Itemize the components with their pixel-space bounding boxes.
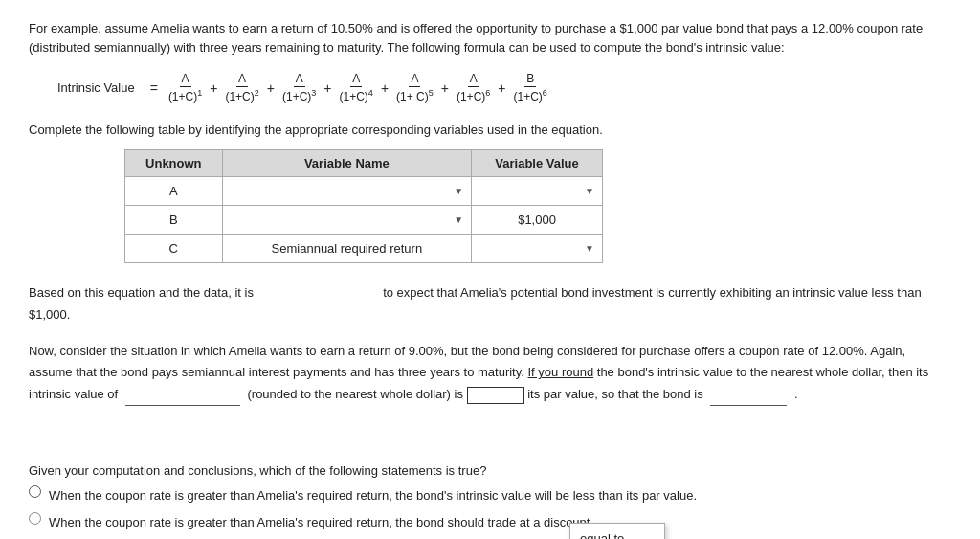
comparison-input-box[interactable] xyxy=(467,387,524,404)
based-blank[interactable] xyxy=(261,281,376,303)
consider-line1: Now, consider the situation in which Ame… xyxy=(29,341,951,405)
col-header-varvalue: Variable Value xyxy=(472,149,603,176)
radio-section: When the coupon rate is greater than Ame… xyxy=(29,483,951,539)
varname-b-cell[interactable]: Par value ▼ xyxy=(222,205,471,234)
unknown-b: B xyxy=(125,205,223,234)
equals-sign: = xyxy=(150,80,158,96)
consider-section: Now, consider the situation in which Ame… xyxy=(29,341,951,405)
varvalue-c-cell[interactable]: ▼ xyxy=(472,234,603,262)
formula-label: Intrinsic Value xyxy=(57,80,135,95)
radio-item-1[interactable]: When the coupon rate is greater than Ame… xyxy=(29,483,951,508)
radio-label-2: When the coupon rate is greater than Ame… xyxy=(49,510,593,535)
varname-a-cell[interactable]: Semiannual coupon payment ▼ xyxy=(222,176,471,205)
fraction-4: A (1+C)4 xyxy=(338,72,375,103)
variable-table: Unknown Variable Name Variable Value A S… xyxy=(124,149,603,263)
radio-button-1[interactable] xyxy=(29,485,41,498)
fraction-5: A (1+ C)5 xyxy=(394,72,435,103)
col-header-unknown: Unknown xyxy=(125,149,223,176)
radio-label-1: When the coupon rate is greater than Ame… xyxy=(49,483,697,508)
intrinsic-value-blank[interactable] xyxy=(125,383,240,405)
given-question: Given your computation and conclusions, … xyxy=(29,463,951,478)
varvalue-a-select[interactable] xyxy=(481,182,592,200)
varvalue-b-text: $1,000 xyxy=(518,213,556,227)
radio-button-2[interactable] xyxy=(29,512,41,525)
fraction-3: A (1+C)3 xyxy=(280,72,318,103)
bond-description-blank[interactable] xyxy=(710,383,787,405)
varname-c-static: Semiannual required return xyxy=(222,234,471,262)
table-instruction: Complete the following table by identify… xyxy=(29,121,951,140)
given-section: Given your computation and conclusions, … xyxy=(29,463,951,478)
fraction-7: B (1+C)6 xyxy=(512,72,549,103)
table-row: A Semiannual coupon payment ▼ ▼ xyxy=(125,176,603,205)
varvalue-b-static: $1,000 xyxy=(472,205,603,234)
based-prefix: Based on this equation and the data, it … xyxy=(29,285,254,300)
varname-c-text: Semiannual required return xyxy=(272,241,423,256)
table-row: B Par value ▼ $1,000 xyxy=(125,205,603,234)
consider-underline: If you round xyxy=(528,365,594,379)
comparison-dropdown-popup[interactable]: equal to greater than less than xyxy=(569,523,665,539)
col-header-varname: Variable Name xyxy=(222,149,471,176)
intro-paragraph: For example, assume Amelia wants to earn… xyxy=(29,19,951,56)
unknown-c: C xyxy=(125,234,223,262)
fraction-2: A (1+C)2 xyxy=(223,72,260,103)
fraction-1: A (1+C)1 xyxy=(167,72,204,103)
table-row: C Semiannual required return ▼ xyxy=(125,234,603,262)
varname-a-select[interactable]: Semiannual coupon payment xyxy=(233,182,461,200)
unknown-a: A xyxy=(125,176,223,205)
fraction-6: A (1+C)6 xyxy=(455,72,492,103)
based-section: Based on this equation and the data, it … xyxy=(29,281,951,326)
table-section: Complete the following table by identify… xyxy=(29,121,951,263)
radio-item-2[interactable]: When the coupon rate is greater than Ame… xyxy=(29,510,951,535)
varname-b-select[interactable]: Par value xyxy=(233,211,461,229)
varvalue-c-select[interactable] xyxy=(481,239,592,258)
formula-section: Intrinsic Value = A (1+C)1 + A (1+C)2 + … xyxy=(29,72,951,103)
varvalue-a-cell[interactable]: ▼ xyxy=(472,176,603,205)
dropdown-item-equal[interactable]: equal to xyxy=(570,524,664,539)
